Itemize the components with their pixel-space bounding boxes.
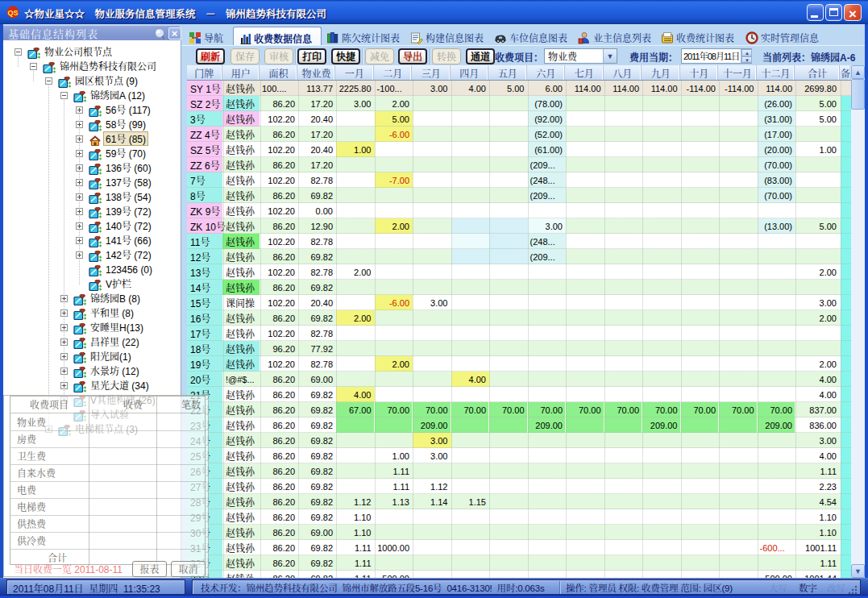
svg-text:QS: QS: [7, 9, 18, 17]
